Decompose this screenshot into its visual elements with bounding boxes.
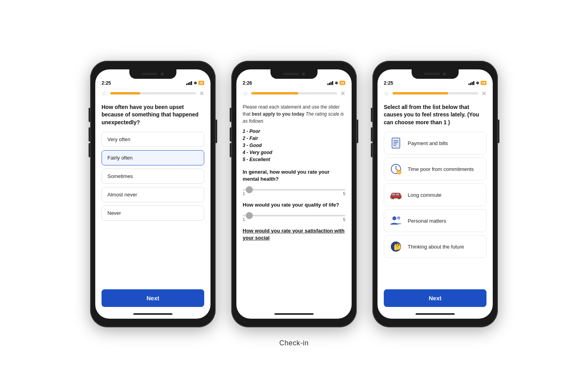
phone-3: 2:25 ⊛ 38 ☆ ✕ Select all from the list b…	[372, 61, 498, 327]
slider-labels-2: 1 5	[243, 217, 345, 222]
star-icon-1[interactable]: ☆	[102, 90, 107, 97]
scale-item-3: 3 - Good	[243, 143, 345, 148]
progress-bar-1	[110, 92, 196, 94]
screen-content-3: Select all from the list below that caus…	[377, 100, 493, 311]
scale-item-4: 4 - Very good	[243, 150, 345, 155]
star-icon-2[interactable]: ☆	[243, 90, 248, 97]
time-2: 2:26	[243, 80, 252, 86]
screen-content-2: Please read each statement and use the s…	[236, 100, 352, 311]
slider-thumb-2	[246, 212, 253, 219]
clock-check-icon	[389, 162, 403, 176]
app-header-1: ☆ ✕	[95, 87, 211, 100]
think-icon: 🤔	[389, 240, 403, 254]
svg-point-7	[397, 170, 401, 174]
home-indicator-3	[416, 313, 455, 315]
sub-question-2: How would you rate your quality of life?	[243, 201, 345, 209]
battery-2: 38	[339, 81, 345, 85]
home-indicator-2	[274, 313, 314, 315]
slider-1[interactable]: 1 5	[243, 186, 345, 200]
progress-bar-2	[251, 92, 337, 94]
question-title-1: How often have you been upset because of…	[102, 103, 204, 127]
sub-question-1: In general, how would you rate your ment…	[243, 169, 345, 183]
commute-label: Long commute	[408, 192, 441, 198]
camera-3	[443, 73, 446, 76]
speaker-2	[283, 73, 299, 75]
intro-text-2: Please read each statement and use the s…	[243, 103, 345, 125]
speaker-1	[142, 73, 158, 75]
signal-2	[327, 81, 333, 85]
progress-fill-1	[110, 92, 140, 94]
svg-point-14	[392, 216, 396, 220]
app-header-2: ☆ ✕	[236, 87, 352, 100]
close-icon-3[interactable]: ✕	[481, 90, 486, 97]
svg-point-12	[392, 198, 394, 199]
app-header-3: ☆ ✕	[377, 87, 493, 100]
status-icons-3: ⊛ 38	[468, 81, 486, 85]
progress-fill-3	[392, 92, 448, 94]
stress-item-payment[interactable]: Payment and bills	[384, 132, 486, 154]
screen-content-1: How often have you been upset because of…	[95, 100, 211, 311]
scale-item-1: 1 - Poor	[243, 129, 345, 134]
personal-label: Personal matters	[408, 218, 446, 224]
future-label: Thinking about the future	[408, 244, 464, 250]
bill-icon	[389, 136, 403, 150]
slider-min-2: 1	[243, 217, 245, 222]
stress-item-future[interactable]: 🤔 Thinking about the future	[384, 235, 486, 258]
svg-rect-9	[396, 194, 399, 196]
option-fairly-often[interactable]: Fairly often	[102, 150, 204, 165]
camera-2	[302, 73, 305, 76]
close-icon-1[interactable]: ✕	[199, 90, 204, 97]
time-1: 2:25	[102, 80, 111, 86]
svg-rect-8	[392, 194, 395, 196]
scale-item-2: 2 - Fair	[243, 136, 345, 141]
slider-max-2: 5	[343, 217, 345, 222]
close-icon-2[interactable]: ✕	[340, 90, 345, 97]
star-icon-3[interactable]: ☆	[384, 90, 389, 97]
slider-track-1	[243, 189, 345, 191]
scale-item-5: 5 - Excellent	[243, 157, 345, 162]
svg-text:🤔: 🤔	[394, 243, 401, 250]
option-sometimes[interactable]: Sometimes	[102, 169, 204, 184]
people-icon	[389, 214, 403, 228]
wifi-2: ⊛	[335, 81, 338, 85]
wifi-3: ⊛	[476, 81, 479, 85]
home-indicator-1	[133, 313, 172, 315]
camera-1	[161, 73, 164, 76]
wifi-1: ⊛	[194, 81, 197, 85]
signal-1	[186, 81, 192, 85]
status-icons-2: ⊛ 38	[327, 81, 345, 85]
phone-2: 2:26 ⊛ 38 ☆ ✕ Please read each st	[231, 61, 357, 327]
payment-label: Payment and bills	[408, 140, 448, 146]
car-icon	[389, 188, 403, 202]
speaker-3	[424, 73, 440, 75]
svg-rect-0	[392, 138, 400, 148]
slider-min-1: 1	[243, 191, 245, 196]
time-poor-label: Time poor from commitments	[408, 166, 474, 172]
stress-item-personal[interactable]: Personal matters	[384, 209, 486, 232]
sub-question-3: How would you rate your satisfaction wit…	[243, 227, 345, 241]
phone-3-screen: 2:25 ⊛ 38 ☆ ✕ Select all from the list b…	[377, 69, 493, 319]
phone-2-screen: 2:26 ⊛ 38 ☆ ✕ Please read each st	[236, 69, 352, 319]
next-button-3[interactable]: Next	[384, 289, 486, 307]
slider-labels-1: 1 5	[243, 191, 345, 196]
stress-item-time-poor[interactable]: Time poor from commitments	[384, 158, 486, 180]
slider-track-2	[243, 215, 345, 216]
option-very-often[interactable]: Very often	[102, 132, 204, 147]
scale-list-2: 1 - Poor 2 - Fair 3 - Good 4 - Very good…	[243, 129, 345, 164]
signal-3	[468, 81, 474, 85]
option-never[interactable]: Never	[102, 205, 204, 221]
svg-point-13	[399, 198, 400, 199]
slider-max-1: 5	[343, 191, 345, 196]
option-almost-never[interactable]: Almost never	[102, 187, 204, 202]
time-3: 2:25	[384, 80, 393, 86]
svg-point-15	[397, 216, 400, 220]
slider-2[interactable]: 1 5	[243, 212, 345, 226]
battery-3: 38	[481, 81, 486, 85]
page-label: Check-in	[279, 339, 309, 347]
next-button-1[interactable]: Next	[102, 289, 204, 307]
notch-2	[270, 69, 318, 79]
question-title-3: Select all from the list below that caus…	[384, 103, 486, 127]
progress-bar-3	[392, 92, 478, 94]
stress-item-commute[interactable]: Long commute	[384, 183, 486, 206]
battery-1: 38	[198, 81, 204, 85]
